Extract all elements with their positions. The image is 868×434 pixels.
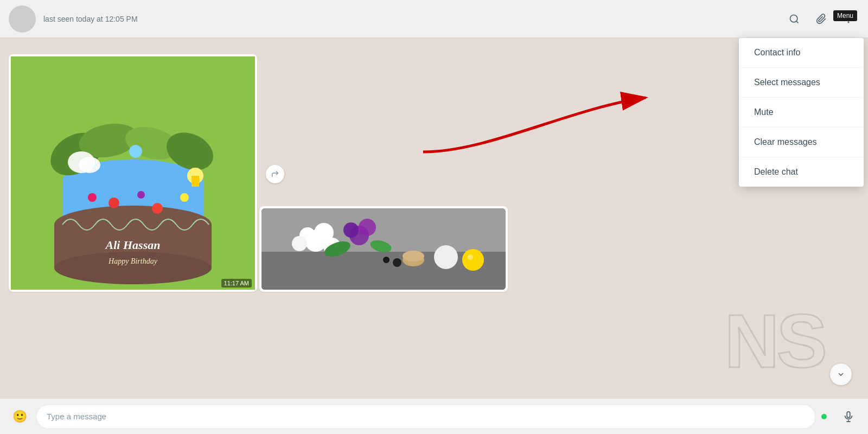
flowers-image [261,208,506,290]
search-icon [789,14,800,24]
messages-container: Ali Hassan Happy Birthday [9,49,859,297]
message-timestamp-1: 11:17 AM [221,279,252,288]
chat-messages-area: Ali Hassan Happy Birthday [0,38,868,399]
svg-point-4 [847,21,849,23]
chevron-down-icon [837,370,845,379]
svg-point-45 [137,191,145,199]
svg-point-66 [462,249,484,271]
svg-point-46 [129,145,142,158]
svg-point-44 [88,193,97,202]
svg-point-59 [343,222,359,238]
svg-point-69 [383,257,390,263]
menu-button[interactable]: Menu [838,8,859,30]
context-menu: Contact info Select messages Mute Clear … [739,38,864,187]
svg-point-48 [79,157,100,173]
forward-icon [271,170,279,178]
scroll-to-bottom-button[interactable] [830,363,852,385]
contact-info-area: last seen today at 12:05 PM [43,15,783,23]
menu-item-contact-info[interactable]: Contact info [739,38,864,68]
cake-image: Ali Hassan Happy Birthday [11,56,255,290]
svg-point-3 [847,18,849,20]
svg-rect-70 [847,411,850,417]
svg-point-60 [359,219,376,236]
menu-item-delete-chat[interactable]: Delete chat [739,157,864,187]
svg-point-2 [847,15,849,16]
table-row [259,206,508,294]
svg-point-42 [152,203,163,214]
svg-point-67 [468,254,473,260]
svg-text:Ali Hassan: Ali Hassan [105,238,161,252]
paperclip-icon [816,14,827,24]
svg-point-64 [403,251,424,261]
menu-item-mute[interactable]: Mute [739,98,864,127]
emoji-button[interactable]: 🙂 [9,406,30,427]
message-input-area: 🙂 [0,399,868,434]
forward-button[interactable] [266,165,284,183]
chat-header: last seen today at 12:05 PM Menu [0,0,868,38]
contact-status: last seen today at 12:05 PM [43,15,783,23]
attach-button[interactable] [810,8,832,30]
cake-svg: Ali Hassan Happy Birthday [11,56,255,290]
svg-point-34 [54,252,212,284]
svg-point-0 [790,15,797,22]
menu-item-select-messages[interactable]: Select messages [739,68,864,98]
avatar[interactable] [9,5,36,33]
svg-point-65 [434,245,458,269]
microphone-button[interactable] [838,406,859,427]
svg-line-1 [796,21,799,23]
online-indicator [821,414,827,419]
message-bubble-2 [259,206,508,292]
svg-point-43 [180,193,189,202]
flowers-svg [261,208,506,290]
microphone-icon [843,411,854,423]
header-actions: Menu [783,8,859,30]
svg-text:Happy Birthday: Happy Birthday [108,257,158,265]
more-vertical-icon [843,14,854,24]
table-row: Ali Hassan Happy Birthday [9,54,257,294]
search-button[interactable] [783,8,805,30]
emoji-icon: 🙂 [12,410,27,424]
svg-point-56 [292,236,307,251]
svg-point-68 [393,258,401,267]
message-input[interactable] [37,405,815,428]
message-bubble-1: Ali Hassan Happy Birthday [9,54,257,292]
svg-rect-50 [192,176,199,187]
watermark: NS [725,297,825,385]
svg-point-41 [108,197,119,208]
menu-item-clear-messages[interactable]: Clear messages [739,127,864,157]
